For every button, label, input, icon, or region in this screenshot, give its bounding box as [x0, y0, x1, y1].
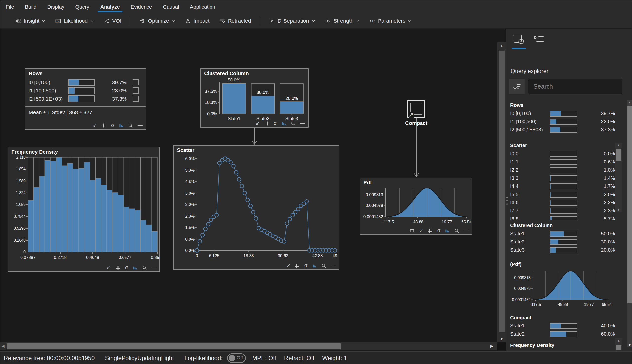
compact-collapsed-icon[interactable]: ↗ [407, 100, 425, 118]
toolbar-voi-button[interactable]: VOI [99, 14, 126, 28]
menu-item-evidence[interactable]: Evidence [125, 0, 157, 14]
state-row[interactable]: I1 10.6% [510, 158, 615, 166]
chart-icon[interactable] [312, 264, 317, 268]
grid-icon[interactable] [264, 121, 269, 126]
state-row[interactable]: I6 62.2% [510, 198, 615, 207]
vertical-scroll-thumb[interactable] [499, 50, 504, 332]
sidebar-vertical-scrollbar[interactable]: ▲ ▼ [627, 100, 632, 348]
state-row[interactable]: I1 [100,500)23.0% [29, 86, 143, 94]
canvas-vertical-scrollbar[interactable]: ▲ ▼ [497, 42, 506, 342]
scroll-down-icon[interactable]: ▼ [497, 336, 506, 341]
resize-icon[interactable]: ↙ [419, 228, 423, 233]
menu-item-display[interactable]: Display [42, 0, 70, 14]
toolbar-strength-button[interactable]: Strength [320, 14, 364, 28]
chart-icon[interactable] [119, 123, 124, 128]
state-row[interactable]: State320.0% [510, 246, 615, 254]
grid-icon[interactable] [428, 228, 433, 233]
state-row[interactable]: I0 [0,100)39.7% [29, 78, 143, 86]
evidence-checkbox[interactable] [133, 79, 139, 86]
state-row[interactable]: State150.0% [510, 230, 615, 238]
toolbar-optimize-button[interactable]: Optimize [134, 14, 180, 28]
menu-item-analyze[interactable]: Analyze [95, 0, 125, 14]
menu-item-application[interactable]: Application [185, 0, 221, 14]
log-likelihood-toggle[interactable]: Off [227, 354, 246, 363]
zoom-icon[interactable] [321, 264, 326, 268]
resize-icon[interactable]: ↙ [93, 123, 97, 128]
network-canvas[interactable]: Rows I0 [0,100)39.7%I1 [100,500)23.0%I2 … [0, 29, 497, 342]
sidebar-scroll-thumb[interactable] [627, 106, 632, 304]
compact-node[interactable]: ↗ Compact [398, 100, 434, 126]
tab-execution-list[interactable] [532, 33, 546, 49]
chart-icon[interactable] [133, 266, 137, 270]
frequency-section-scrollbar[interactable]: ▲ [615, 338, 622, 350]
minimize-icon[interactable]: — [331, 263, 336, 268]
rows-node[interactable]: Rows I0 [0,100)39.7%I1 [100,500)23.0%I2 … [25, 68, 146, 130]
minimize-icon[interactable]: — [464, 228, 469, 233]
scroll-thumb[interactable] [616, 149, 621, 160]
resize-icon[interactable]: ↙ [286, 263, 290, 268]
zoom-icon[interactable] [128, 123, 133, 128]
state-row[interactable]: I3 31.4% [510, 174, 615, 182]
scroll-down-icon[interactable]: ▼ [615, 208, 622, 212]
tooltip-icon[interactable] [410, 228, 414, 233]
menu-item-file[interactable]: File [0, 0, 20, 14]
state-row[interactable]: I2 [500,1E+03)37.3% [29, 94, 143, 103]
state-row[interactable]: I2 21.0% [510, 166, 615, 174]
sigma-icon[interactable]: σ [274, 121, 277, 126]
menu-item-build[interactable]: Build [20, 0, 42, 14]
pdf-node[interactable]: Pdf 0.0098130.0049790.0001452-117.5-48.8… [360, 178, 472, 235]
scatter-section-scrollbar[interactable]: ▲ ▼ [615, 143, 622, 212]
minimize-icon[interactable]: — [152, 265, 156, 270]
grid-icon[interactable] [295, 264, 300, 268]
resize-icon[interactable]: ↙ [107, 265, 111, 270]
menu-item-query[interactable]: Query [70, 0, 95, 14]
clustered-column-node[interactable]: Clustered Column 37.5%18.8%0.0%50.0%Stat… [200, 68, 309, 128]
horizontal-scroll-thumb[interactable] [7, 343, 341, 350]
grid-icon[interactable] [102, 123, 107, 128]
scroll-up-icon[interactable]: ▲ [615, 144, 622, 147]
state-row[interactable]: State230.0% [510, 238, 615, 246]
chart-icon[interactable] [281, 121, 286, 126]
state-row[interactable]: State260.0% [510, 330, 615, 338]
scroll-thumb[interactable] [616, 346, 621, 350]
toolbar-likelihood-button[interactable]: (x)Likelihood [50, 14, 99, 28]
resize-icon[interactable]: ↙ [255, 121, 260, 126]
toolbar-impact-button[interactable]: Impact [180, 14, 214, 28]
search-input[interactable] [528, 79, 622, 94]
minimize-icon[interactable]: — [138, 123, 143, 128]
state-row[interactable]: State140.0% [510, 322, 615, 330]
state-row[interactable]: I4 41.7% [510, 182, 615, 190]
canvas-horizontal-scrollbar[interactable]: ◀ ▶ [0, 342, 497, 350]
scroll-right-icon[interactable]: ▶ [490, 344, 493, 348]
sort-button[interactable] [509, 79, 524, 94]
zoom-icon[interactable] [142, 266, 147, 270]
evidence-checkbox[interactable] [133, 96, 139, 102]
state-row[interactable]: I2 [500,1E+03)37.3% [510, 126, 615, 134]
scroll-up-icon[interactable]: ▲ [497, 44, 506, 48]
scroll-up-icon[interactable]: ▲ [627, 100, 632, 104]
scroll-left-icon[interactable]: ◀ [2, 344, 5, 348]
tab-query-explorer[interactable]: >< [512, 33, 525, 49]
panel-splitter[interactable] [506, 194, 508, 207]
toolbar-d-separation-button[interactable]: D-Separation [264, 14, 320, 28]
frequency-density-node[interactable]: Frequency Density 2.1181.8541.5891.3241.… [8, 147, 160, 272]
toolbar-retracted-button[interactable]: Retracted [214, 14, 256, 28]
state-row[interactable]: I1 [100,500)23.0% [510, 118, 615, 126]
sigma-icon[interactable]: σ [125, 265, 128, 270]
grid-icon[interactable] [116, 266, 120, 270]
state-row[interactable]: I7 72.3% [510, 207, 615, 215]
state-row[interactable]: I5 52.0% [510, 190, 615, 198]
sigma-icon[interactable]: σ [111, 123, 114, 128]
scroll-down-icon[interactable]: ▼ [627, 343, 632, 347]
state-row[interactable]: I8 85.7% [510, 215, 615, 220]
zoom-icon[interactable] [291, 121, 296, 126]
scatter-node[interactable]: Scatter 6.0%5.3%4.5%3.8%3.0%2.3%1.5%0.8%… [173, 145, 339, 270]
state-row[interactable]: I0 00.0% [510, 150, 615, 158]
chart-icon[interactable] [445, 228, 450, 233]
minimize-icon[interactable]: — [300, 121, 305, 126]
sigma-icon[interactable]: σ [437, 228, 440, 233]
state-row[interactable]: I0 [0,100)39.7% [510, 110, 615, 118]
sigma-icon[interactable]: σ [304, 263, 307, 268]
scroll-up-icon[interactable]: ▲ [615, 339, 622, 342]
evidence-checkbox[interactable] [133, 88, 139, 94]
